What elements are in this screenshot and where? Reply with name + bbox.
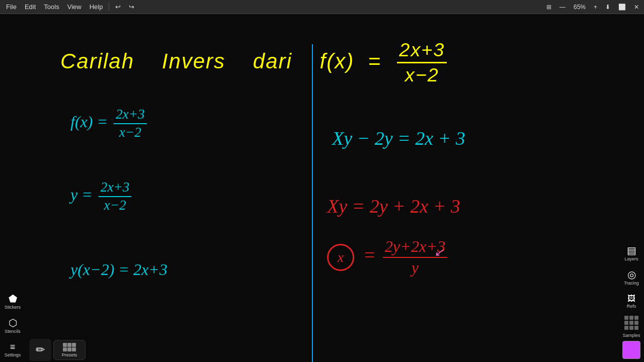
title-equation: Carilah Invers dari f(x) = 2x+3 x−2 <box>60 39 449 86</box>
menubar: File Edit Tools View Help ↩ ↪ ⊞ — 65% + … <box>0 0 644 14</box>
right-sidebar: ▤ Layers ◎ Tracing 🖼 Refs Samples <box>619 241 644 362</box>
eq-y-label: y = <box>70 186 97 204</box>
sample-cell <box>634 321 638 325</box>
menu-help[interactable]: Help <box>86 2 107 12</box>
left-sidebar: ⬟ Stickers ⬡ Stencils ≡ Settings <box>0 290 25 362</box>
presets-button[interactable]: Presets <box>53 340 86 360</box>
color-swatch-button[interactable] <box>619 338 643 362</box>
zoom-fit-button[interactable]: ⊞ <box>543 3 554 12</box>
eq-right-2-text: Xy = 2y + 2x + 3 <box>327 196 460 217</box>
menu-tools[interactable]: Tools <box>40 2 63 12</box>
eq-y-frac: 2x+3 x−2 <box>99 180 132 213</box>
sample-cell <box>634 326 638 330</box>
eq-right-3-equals: = <box>363 244 381 265</box>
sample-cell <box>629 321 633 325</box>
menu-edit[interactable]: Edit <box>21 2 40 12</box>
eq-y-den: x−2 <box>102 197 128 213</box>
eq-fx-frac: 2x+3 x−2 <box>114 107 147 140</box>
undo-button[interactable]: ↩ <box>111 2 125 12</box>
close-button[interactable]: ✕ <box>631 3 642 12</box>
eq-right-3: x = 2y+2x+3 y ↙ <box>327 238 448 277</box>
menu-view[interactable]: View <box>63 2 86 12</box>
eq-fx-den: x−2 <box>117 124 143 140</box>
settings-button[interactable]: ≡ Settings <box>1 338 25 362</box>
presets-grid-icon <box>63 343 76 351</box>
title-frac-denominator: x−2 <box>403 63 441 86</box>
stencils-icon: ⬡ <box>9 318 17 328</box>
stickers-label: Stickers <box>5 305 21 310</box>
vertical-divider <box>312 44 313 362</box>
eq-right-3-den: y <box>410 258 421 277</box>
arrow-mark: ↙ <box>434 246 443 258</box>
stickers-button[interactable]: ⬟ Stickers <box>1 290 25 314</box>
circled-x: x <box>327 244 354 271</box>
samples-button[interactable]: Samples <box>619 314 643 338</box>
brush-tool-button[interactable]: ✏ <box>29 339 51 361</box>
bottom-bar: ✏ Presets <box>25 338 619 362</box>
title-fraction: 2x+3 x−2 <box>397 39 447 86</box>
samples-grid-icon <box>622 314 640 332</box>
sample-cell <box>624 326 628 330</box>
eq-y-num: 2x+3 <box>99 180 132 197</box>
tracing-label: Tracing <box>624 281 639 286</box>
zoom-in-button[interactable]: + <box>591 3 600 12</box>
stickers-icon: ⬟ <box>9 294 17 304</box>
refs-label: Refs <box>627 304 636 309</box>
eq-right-1-text: Xy − 2y = 2x + 3 <box>332 128 465 149</box>
refs-button[interactable]: 🖼 Refs <box>619 290 643 314</box>
settings-icon: ≡ <box>10 342 16 351</box>
tracing-button[interactable]: ◎ Tracing <box>619 265 643 290</box>
brush-icon: ✏ <box>36 343 45 356</box>
layers-label: Layers <box>624 256 638 261</box>
menu-file[interactable]: File <box>2 2 21 12</box>
zoom-level[interactable]: 65% <box>571 3 589 12</box>
samples-label: Samples <box>622 333 640 338</box>
active-color-swatch <box>622 341 640 359</box>
download-button[interactable]: ⬇ <box>602 3 613 12</box>
eq-yx2-text: y(x−2) = 2x+3 <box>70 260 168 279</box>
sample-cell <box>624 321 628 325</box>
redo-button[interactable]: ↪ <box>125 2 138 12</box>
sample-cell <box>624 316 628 320</box>
zoom-out-button[interactable]: — <box>556 3 569 12</box>
sample-cell <box>634 316 638 320</box>
tracing-icon: ◎ <box>627 269 636 280</box>
refs-icon: 🖼 <box>627 295 635 303</box>
stencils-button[interactable]: ⬡ Stencils <box>1 314 25 338</box>
menubar-right: ⊞ — 65% + ⬇ ⬜ ✕ <box>543 3 642 12</box>
stencils-label: Stencils <box>5 329 21 334</box>
canvas-area[interactable]: Carilah Invers dari f(x) = 2x+3 x−2 f(x)… <box>0 14 644 362</box>
title-frac-numerator: 2x+3 <box>397 39 447 63</box>
eq-right-1: Xy − 2y = 2x + 3 <box>332 127 465 149</box>
eq-fx-label: f(x) = <box>70 113 112 131</box>
eq-fx-fraction: f(x) = 2x+3 x−2 <box>70 107 149 140</box>
sample-cell <box>629 316 633 320</box>
menu-separator <box>109 3 109 11</box>
eq-yx2: y(x−2) = 2x+3 <box>70 260 168 279</box>
settings-label: Settings <box>5 352 21 357</box>
eq-right-2: Xy = 2y + 2x + 3 <box>327 195 460 217</box>
sample-cell <box>629 326 633 330</box>
layers-button[interactable]: ▤ Layers <box>619 241 643 265</box>
eq-y-fraction: y = 2x+3 x−2 <box>70 180 133 213</box>
fullscreen-button[interactable]: ⬜ <box>615 3 629 12</box>
presets-label: Presets <box>62 352 77 357</box>
eq-fx-num: 2x+3 <box>114 107 147 124</box>
layers-icon: ▤ <box>627 245 636 255</box>
